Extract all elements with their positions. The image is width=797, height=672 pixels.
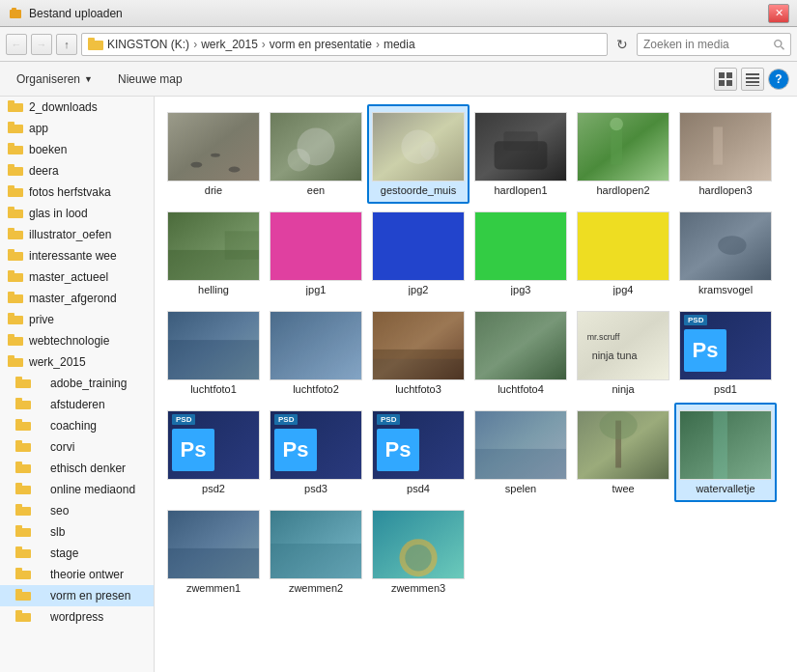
file-item-ninja[interactable]: mr.scruffninja tuna ninja [572,303,674,403]
svg-rect-113 [270,544,361,578]
sidebar-item-adobe_training[interactable]: adobe_training [0,373,154,394]
file-name: watervalletje [696,483,754,494]
back-button[interactable]: ← [6,34,27,55]
file-item-een[interactable]: een [265,104,367,204]
file-item-luchtfoto4[interactable]: luchtfoto4 [470,303,572,403]
sidebar-item-corvi[interactable]: corvi [0,436,154,458]
file-item-twee[interactable]: twee [572,403,674,502]
svg-rect-27 [8,228,14,232]
svg-rect-59 [15,568,22,572]
toolbar-right: ? [714,68,789,91]
file-name: hardlopen1 [494,184,547,196]
main-layout: 2_downloadsappboekendeerafotos herfstvak… [0,97,797,672]
sidebar-item-deera[interactable]: deera [0,160,154,182]
sidebar-item-webtechnologie[interactable]: webtechnologie [0,330,154,351]
sidebar-item-2_downloads[interactable]: 2_downloads [0,97,154,118]
sidebar-item-wordpress[interactable]: wordpress [0,606,154,628]
sidebar-item-label: 2_downloads [29,100,98,114]
sidebar-item-slb[interactable]: slb [0,521,154,543]
svg-rect-29 [8,249,14,253]
file-item-drie[interactable]: drie [162,104,265,204]
file-item-jpg1[interactable]: jpg1 [265,204,367,303]
folder-icon [15,418,31,434]
svg-rect-62 [15,613,31,622]
svg-rect-31 [8,270,14,274]
svg-rect-104 [475,449,566,479]
file-item-kramsvogel[interactable]: kramsvogel [674,204,777,303]
file-name: een [307,184,325,196]
search-input[interactable] [643,38,769,51]
new-folder-button[interactable]: Nieuwe map [109,69,191,90]
sidebar-item-illustrator_oefen[interactable]: illustrator_oefen [0,224,154,245]
organize-button[interactable]: Organiseren ▼ [8,69,101,90]
file-item-luchtfoto3[interactable]: luchtfoto3 [367,303,470,403]
svg-rect-87 [475,212,566,281]
file-item-luchtfoto2[interactable]: luchtfoto2 [265,303,367,403]
file-item-psd4[interactable]: PSD Ps psd4 [367,403,470,502]
sidebar-item-ethisch_denker[interactable]: ethisch denker [0,458,154,479]
sidebar-item-coaching[interactable]: coaching [0,415,154,436]
file-item-zwemmen3[interactable]: zwemmen3 [367,502,470,602]
toolbar-left: Organiseren ▼ Nieuwe map [8,69,191,90]
folder-icon [15,397,31,412]
svg-point-73 [420,141,440,160]
sidebar-item-vorm_en_presen[interactable]: vorm en presen [0,585,154,606]
file-item-psd1[interactable]: PSD Ps psd1 [674,303,777,403]
sidebar-item-glas_in_lood[interactable]: glas in lood [0,203,154,224]
sidebar-item-boeken[interactable]: boeken [0,139,154,160]
sidebar-item-master_afgerond[interactable]: master_afgerond [0,288,154,309]
sidebar-item-afstuderen[interactable]: afstuderen [0,394,154,415]
file-thumbnail [270,112,362,182]
sidebar-item-label: vorm en presen [50,589,130,602]
address-path[interactable]: KINGSTON (K:) › werk_2015 › vorm en pres… [81,33,608,56]
sidebar-item-label: corvi [50,440,74,454]
sidebar-item-interessante_wee[interactable]: interessante wee [0,245,154,266]
file-item-spelen[interactable]: spelen [470,403,572,502]
folder-icon [8,121,23,136]
title-bar-left: Bestand uploaden [8,6,123,21]
path-seg-3: media [384,38,415,51]
file-item-hardlopen1[interactable]: hardlopen1 [470,104,572,204]
close-button[interactable]: ✕ [768,4,789,23]
file-name: zwemmen3 [391,582,445,594]
file-thumbnail: PSD Ps [679,311,772,380]
search-box[interactable] [637,33,791,56]
sidebar-item-prive[interactable]: prive [0,309,154,330]
file-item-jpg3[interactable]: jpg3 [470,204,572,303]
sidebar-item-seo[interactable]: seo [0,500,154,521]
file-item-psd2[interactable]: PSD Ps psd2 [162,403,265,502]
file-item-luchtfoto1[interactable]: luchtfoto1 [162,303,265,403]
svg-rect-20 [8,167,23,176]
file-item-hardlopen3[interactable]: hardlopen3 [674,104,777,204]
svg-rect-24 [8,210,23,218]
svg-rect-17 [8,122,14,126]
file-thumbnail [167,311,260,380]
sidebar-item-app[interactable]: app [0,118,154,139]
file-item-hardlopen2[interactable]: hardlopen2 [572,104,674,204]
file-item-helling[interactable]: helling [162,204,265,303]
file-item-jpg4[interactable]: jpg4 [572,204,674,303]
file-item-jpg2[interactable]: jpg2 [367,204,470,303]
up-button[interactable]: ↑ [56,34,77,55]
help-button[interactable]: ? [768,69,789,90]
svg-line-5 [781,46,783,49]
file-item-zwemmen2[interactable]: zwemmen2 [265,502,367,602]
refresh-button[interactable]: ↻ [612,34,633,55]
sidebar-item-werk_2015[interactable]: werk_2015 [0,351,154,373]
file-item-psd3[interactable]: PSD Ps psd3 [265,403,367,502]
file-item-watervalletje[interactable]: watervalletje [674,403,777,502]
forward-button[interactable]: → [31,34,52,55]
svg-rect-10 [746,73,759,75]
sidebar-item-fotos_herfstvaka[interactable]: fotos herfstvaka [0,182,154,203]
view-list-button[interactable] [741,68,764,91]
sidebar-item-online_mediaond[interactable]: online mediaond [0,479,154,500]
view-toggle-button[interactable] [714,68,737,91]
sidebar-item-stage[interactable]: stage [0,543,154,564]
file-item-gestoorde_muis[interactable]: gestoorde_muis [367,104,470,204]
sidebar-item-master_actueel[interactable]: master_actueel [0,266,154,288]
sidebar-item-theorie_ontwer[interactable]: theorie ontwer [0,564,154,585]
svg-rect-15 [8,100,14,104]
file-item-zwemmen1[interactable]: zwemmen1 [162,502,265,602]
folder-icon [15,482,31,497]
svg-rect-42 [15,401,31,409]
